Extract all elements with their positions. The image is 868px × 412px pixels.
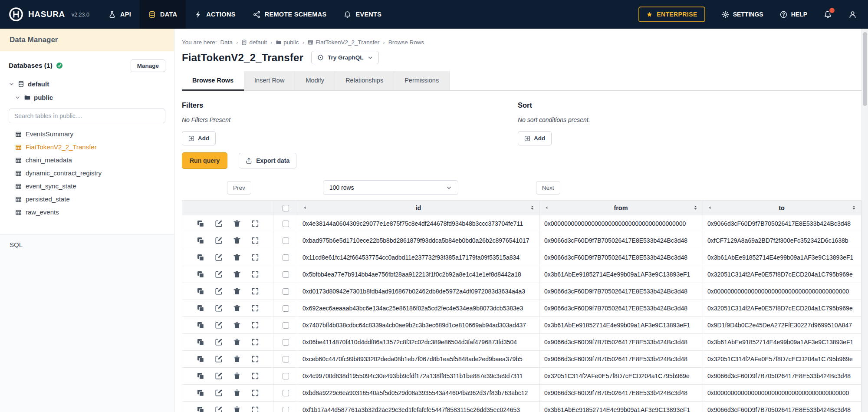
edit-row-button[interactable]	[215, 254, 223, 261]
sidebar-table-event-sync-state[interactable]: event_sync_state	[6, 180, 168, 193]
add-sort-button[interactable]: Add	[518, 131, 552, 145]
chevron-down-icon[interactable]	[15, 95, 20, 100]
row-checkbox[interactable]	[283, 356, 289, 363]
sidebar-table-dynamic-contract-registry[interactable]: dynamic_contract_registry	[6, 167, 168, 180]
clone-row-button[interactable]	[197, 321, 204, 329]
hasura-brand[interactable]: HASURA v2.23.0	[9, 7, 89, 22]
sidebar-table-persisted-state[interactable]: persisted_state	[6, 193, 168, 206]
edit-row-button[interactable]	[215, 355, 223, 363]
delete-row-button[interactable]	[233, 254, 241, 261]
settings-button[interactable]: SETTINGS	[722, 11, 763, 18]
vertical-scrollbar[interactable]	[861, 29, 868, 412]
nav-item-data[interactable]: DATA	[140, 0, 186, 29]
prev-page-button[interactable]: Prev	[227, 181, 251, 194]
manage-button[interactable]: Manage	[131, 59, 165, 72]
row-checkbox[interactable]	[283, 390, 289, 396]
sidebar-table-eventssummary[interactable]: EventsSummary	[6, 128, 168, 141]
row-checkbox[interactable]	[283, 322, 289, 329]
edit-row-button[interactable]	[215, 237, 223, 244]
next-page-button[interactable]: Next	[536, 181, 560, 194]
expand-row-button[interactable]	[251, 220, 259, 227]
clone-row-button[interactable]	[197, 355, 204, 363]
row-checkbox[interactable]	[283, 271, 289, 278]
expand-row-button[interactable]	[251, 355, 259, 363]
expand-row-button[interactable]	[251, 254, 259, 261]
tab-permissions[interactable]: Permissions	[394, 71, 450, 90]
expand-row-button[interactable]	[251, 389, 259, 397]
sort-icon[interactable]	[851, 205, 857, 211]
delete-row-button[interactable]	[233, 389, 241, 397]
edit-row-button[interactable]	[215, 321, 223, 329]
row-checkbox[interactable]	[283, 221, 289, 227]
enterprise-button[interactable]: ENTERPRISE	[638, 7, 705, 22]
tab-insert-row[interactable]: Insert Row	[244, 71, 295, 90]
expand-row-button[interactable]	[251, 321, 259, 329]
try-graphql-button[interactable]: Try GraphQL	[311, 51, 379, 64]
row-checkbox[interactable]	[283, 373, 289, 379]
help-button[interactable]: HELP	[780, 11, 807, 18]
edit-row-button[interactable]	[215, 406, 223, 412]
row-checkbox[interactable]	[283, 305, 289, 312]
breadcrumb-item-browse-rows[interactable]: Browse Rows	[388, 39, 424, 46]
clone-row-button[interactable]	[197, 304, 204, 312]
chevron-down-icon[interactable]	[9, 81, 14, 87]
expand-row-button[interactable]	[251, 270, 259, 278]
expand-row-button[interactable]	[251, 372, 259, 380]
edit-row-button[interactable]	[215, 372, 223, 380]
nav-item-remote-schemas[interactable]: REMOTE SCHEMAS	[244, 0, 335, 29]
table-search-input[interactable]	[9, 109, 165, 123]
breadcrumb-item-default[interactable]: default	[241, 39, 267, 46]
clone-row-button[interactable]	[197, 372, 204, 380]
row-checkbox[interactable]	[283, 339, 289, 346]
row-checkbox[interactable]	[283, 288, 289, 295]
caret-left-icon[interactable]	[302, 205, 307, 210]
row-checkbox[interactable]	[283, 254, 289, 261]
caret-left-icon[interactable]	[544, 205, 549, 210]
tab-browse-rows[interactable]: Browse Rows	[182, 71, 244, 91]
clone-row-button[interactable]	[197, 389, 204, 397]
delete-row-button[interactable]	[233, 237, 241, 244]
delete-row-button[interactable]	[233, 287, 241, 295]
nav-item-actions[interactable]: ACTIONS	[186, 0, 244, 29]
breadcrumb-item-data[interactable]: Data	[220, 39, 233, 46]
caret-left-icon[interactable]	[707, 205, 712, 210]
delete-row-button[interactable]	[233, 372, 241, 380]
delete-row-button[interactable]	[233, 338, 241, 346]
user-menu-button[interactable]	[848, 10, 857, 19]
sidebar-table-raw-events[interactable]: raw_events	[6, 206, 168, 219]
breadcrumb-item-public[interactable]: public	[276, 39, 299, 46]
clone-row-button[interactable]	[197, 338, 204, 346]
column-header-id[interactable]: id	[298, 201, 540, 215]
tab-modify[interactable]: Modify	[295, 71, 335, 90]
edit-row-button[interactable]	[215, 287, 223, 295]
column-header-from[interactable]: from	[540, 201, 703, 215]
clone-row-button[interactable]	[197, 237, 204, 244]
sql-section[interactable]: SQL	[0, 234, 174, 412]
clone-row-button[interactable]	[197, 406, 204, 412]
page-size-select[interactable]: 100 rows	[323, 180, 458, 195]
expand-row-button[interactable]	[251, 338, 259, 346]
tab-relationships[interactable]: Relationships	[335, 71, 394, 90]
edit-row-button[interactable]	[215, 338, 223, 346]
clone-row-button[interactable]	[197, 287, 204, 295]
sort-icon[interactable]	[529, 205, 535, 211]
delete-row-button[interactable]	[233, 406, 241, 412]
delete-row-button[interactable]	[233, 321, 241, 329]
notifications-button[interactable]	[824, 10, 832, 19]
tree-node-public[interactable]: public	[6, 91, 168, 104]
tree-node-default[interactable]: default	[6, 77, 168, 91]
clone-row-button[interactable]	[197, 254, 204, 261]
clone-row-button[interactable]	[197, 220, 204, 227]
sort-icon[interactable]	[693, 205, 698, 211]
clone-row-button[interactable]	[197, 270, 204, 278]
edit-row-button[interactable]	[215, 389, 223, 397]
delete-row-button[interactable]	[233, 355, 241, 363]
run-query-button[interactable]: Run query	[182, 152, 227, 169]
add-filter-button[interactable]: Add	[182, 131, 216, 145]
sidebar-table-chain-metadata[interactable]: chain_metadata	[6, 154, 168, 167]
edit-row-button[interactable]	[215, 304, 223, 312]
expand-row-button[interactable]	[251, 287, 259, 295]
expand-row-button[interactable]	[251, 406, 259, 412]
row-checkbox[interactable]	[283, 237, 289, 244]
breadcrumb-item-fiattokenv2-2-transfer[interactable]: FiatTokenV2_2_Transfer	[308, 39, 379, 46]
